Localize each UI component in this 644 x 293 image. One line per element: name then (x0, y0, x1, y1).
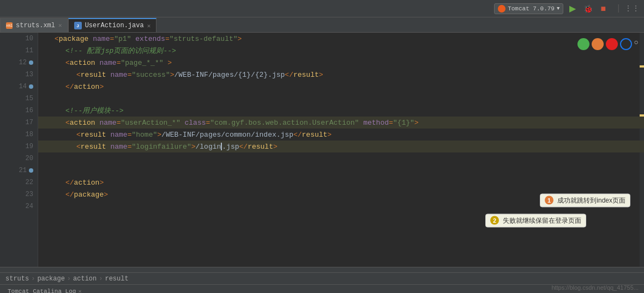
toolbar-right: Tomcat 7.0.79 ▼ ▶ 🐞 ■ | ⋮⋮ (494, 3, 640, 15)
code-line-11[interactable]: <!-- 配置jsp页面的访问规则--> (38, 45, 644, 57)
tab-useraction-java[interactable]: J UserAction.java ✕ (68, 18, 157, 32)
firefox-icon[interactable] (592, 38, 604, 50)
bottom-panel: Tomcat Catalina Log ✕ https://blog.csdn.… (0, 284, 644, 293)
code-line-22[interactable]: </action> (38, 176, 644, 188)
tab-useraction-label: UserAction.java (85, 22, 144, 29)
code-line-13[interactable]: <result name="success">/WEB-INF/pages/{1… (38, 69, 644, 81)
gutter-line-22: 22 (0, 176, 38, 188)
breadcrumb-sep-2: › (67, 275, 71, 283)
csdn-watermark: https://blog.csdn.net/qq_41755... (551, 284, 639, 291)
gutter-line-16: 16 (0, 105, 38, 117)
breadcrumb-sep-3: › (99, 275, 103, 283)
code-line-21[interactable] (38, 164, 644, 176)
tomcat-log-label: Tomcat Catalina Log (8, 288, 76, 294)
breadcrumb-sep-1: › (31, 275, 35, 283)
gutter-line-12: 12 (0, 57, 38, 69)
tomcat-label: Tomcat 7.0.79 (508, 5, 555, 12)
tomcat-icon (498, 5, 505, 13)
gutter-line-19: 19 (0, 141, 38, 152)
safari-icon[interactable]: ○ (634, 38, 639, 50)
code-line-17[interactable]: <action name="userAction_*" class="com.g… (38, 117, 644, 129)
callout-number-2: 2 (490, 216, 499, 225)
bookmark-icon-14 (29, 84, 33, 89)
top-toolbar: Tomcat 7.0.79 ▼ ▶ 🐞 ■ | ⋮⋮ (0, 0, 644, 17)
callout-success: 1 成功就跳转到index页面 (540, 194, 630, 207)
bookmark-icon-12 (29, 60, 33, 65)
code-line-20[interactable] (38, 152, 644, 164)
code-line-15[interactable] (38, 93, 644, 105)
gutter-line-20: 20 (0, 152, 38, 164)
tab-struts-xml[interactable]: xml struts.xml ✕ (0, 18, 68, 32)
gutter-line-10: 10 (0, 33, 38, 45)
tab-struts-close[interactable]: ✕ (58, 22, 62, 29)
gutter-line-21: 21 (0, 164, 38, 176)
breadcrumb-bar: struts › package › action › result (0, 272, 644, 284)
browser-icons-panel: ○ (577, 38, 639, 50)
toolbar-separator: | (616, 4, 621, 14)
breadcrumb-struts: struts (5, 275, 29, 283)
code-line-14[interactable]: </action> (38, 81, 644, 93)
callout-failure: 2 失败就继续保留在登录页面 (485, 214, 586, 228)
code-line-16[interactable]: <!--用户模块--> (38, 105, 644, 117)
chrome-icon[interactable] (577, 38, 589, 50)
code-line-12[interactable]: <action name="page_*_*" > (38, 57, 644, 69)
code-line-18[interactable]: <result name="home">/WEB-INF/pages/commo… (38, 129, 644, 141)
gutter-line-14: 14 (0, 81, 38, 93)
horizontal-scrollbar[interactable] (0, 267, 644, 272)
gutter-line-13: 13 (0, 69, 38, 81)
tabs-bar: xml struts.xml ✕ J UserAction.java ✕ (0, 17, 644, 33)
bookmark-icon-21 (29, 168, 33, 173)
java-file-icon: J (74, 22, 82, 29)
breadcrumb-action: action (73, 275, 97, 283)
tab-struts-label: struts.xml (16, 22, 55, 29)
callout-text-2: 失败就继续保留在登录页面 (503, 217, 581, 224)
code-content[interactable]: ○ <package name="p1" extends="struts-def… (38, 33, 644, 267)
run-button[interactable]: ▶ (567, 3, 579, 15)
gutter-line-15: 15 (0, 93, 38, 105)
gutter-line-11: 11 (0, 45, 38, 57)
tomcat-selector[interactable]: Tomcat 7.0.79 ▼ (494, 3, 563, 14)
code-line-10[interactable]: <package name="p1" extends="struts-defau… (38, 33, 644, 45)
line-number-gutter: 10 11 12 13 14 15 16 17 (0, 33, 38, 267)
breadcrumb-result: result (105, 275, 128, 283)
editor-area: 10 11 12 13 14 15 16 17 (0, 33, 644, 267)
tab-useraction-close[interactable]: ✕ (147, 22, 151, 29)
gutter-line-18: 18 (0, 129, 38, 141)
ie-icon[interactable] (620, 38, 632, 50)
debug-button[interactable]: 🐞 (582, 3, 594, 15)
gutter-line-23: 23 (0, 188, 38, 200)
log-tab-close[interactable]: ✕ (78, 288, 81, 294)
gutter-line-24: 24 (0, 200, 38, 212)
gutter-line-17: 17 (0, 117, 38, 129)
code-line-19[interactable]: <result name="loginfailure">/login.jsp</… (38, 141, 644, 152)
callout-text-1: 成功就跳转到index页面 (557, 197, 625, 204)
more-options-icon[interactable]: ⋮⋮ (624, 4, 640, 13)
xml-file-icon: xml (6, 22, 13, 29)
stop-button[interactable]: ■ (597, 3, 609, 15)
opera-icon[interactable] (606, 38, 618, 50)
tomcat-log-tab[interactable]: Tomcat Catalina Log ✕ (4, 287, 85, 294)
breadcrumb-package: package (37, 275, 64, 283)
callout-number-1: 1 (545, 196, 553, 205)
chevron-down-icon: ▼ (557, 6, 559, 11)
